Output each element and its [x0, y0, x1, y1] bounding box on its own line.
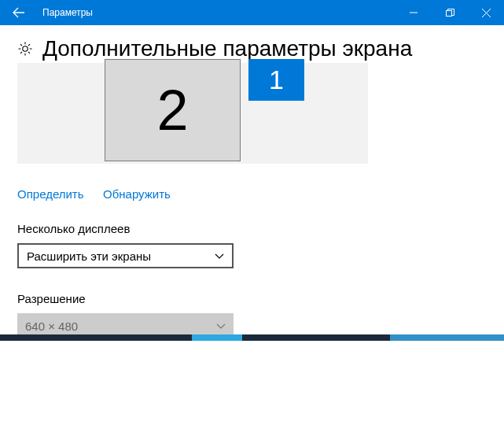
page-title: Дополнительные параметры экрана: [42, 36, 412, 61]
monitor-display-1[interactable]: 1: [248, 59, 304, 101]
content-area: Дополнительные параметры экрана 2 1 Опре…: [0, 25, 504, 373]
monitor-arrangement[interactable]: 2 1: [17, 63, 368, 164]
back-button[interactable]: [0, 0, 38, 25]
monitor-display-2[interactable]: 2: [105, 59, 241, 161]
monitor-1-label: 1: [269, 65, 284, 95]
monitor-actions: Определить Обнаружить: [17, 187, 487, 201]
monitor-2-label: 2: [156, 78, 188, 142]
maximize-button[interactable]: [432, 0, 468, 25]
detect-link[interactable]: Обнаружить: [103, 187, 171, 201]
identify-link[interactable]: Определить: [17, 187, 84, 201]
chevron-down-icon: [215, 251, 224, 260]
chevron-down-icon: [216, 321, 226, 331]
minimize-icon: [410, 9, 418, 17]
maximize-icon: [446, 9, 454, 17]
close-button[interactable]: [468, 0, 504, 25]
page-header: Дополнительные параметры экрана: [17, 36, 487, 61]
close-icon: [482, 9, 491, 17]
window-title: Параметры: [38, 7, 395, 18]
multi-display-value: Расширить эти экраны: [27, 249, 151, 263]
minimize-button[interactable]: [395, 0, 432, 25]
multi-display-label: Несколько дисплеев: [17, 222, 487, 235]
resolution-label: Разрешение: [17, 292, 487, 305]
svg-rect-0: [446, 10, 451, 16]
window-controls: [395, 0, 504, 25]
gear-icon: [17, 41, 33, 60]
taskbar-segment: [192, 334, 242, 341]
taskbar-segment: [390, 334, 504, 341]
multi-display-dropdown[interactable]: Расширить эти экраны: [17, 243, 234, 268]
titlebar: Параметры: [0, 0, 504, 25]
svg-point-1: [23, 46, 28, 51]
resolution-value: 640 × 480: [25, 320, 78, 333]
back-arrow-icon: [12, 6, 26, 20]
